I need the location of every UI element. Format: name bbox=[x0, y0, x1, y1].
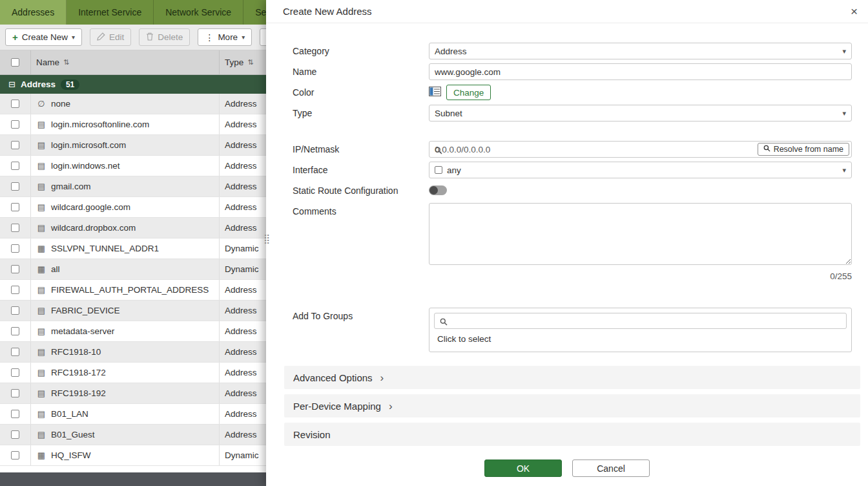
address-type: Address bbox=[225, 388, 257, 398]
type-row: Type Subnet ▾ bbox=[293, 105, 852, 122]
address-type-icon: ▦ bbox=[36, 450, 46, 460]
row-checkbox[interactable] bbox=[11, 389, 19, 397]
row-checkbox[interactable] bbox=[11, 203, 19, 211]
edit-button[interactable]: Edit bbox=[90, 28, 131, 46]
name-label: Name bbox=[293, 63, 429, 80]
address-name: login.windows.net bbox=[51, 161, 120, 171]
address-type: Address bbox=[225, 347, 257, 357]
row-checkbox-cell bbox=[0, 425, 31, 445]
more-button[interactable]: ⋮ More ▾ bbox=[198, 28, 252, 46]
row-checkbox[interactable] bbox=[11, 306, 19, 315]
section-per-device-mapping[interactable]: Per-Device Mapping › bbox=[284, 394, 860, 417]
search-icon bbox=[763, 145, 770, 154]
row-checkbox[interactable] bbox=[11, 368, 19, 377]
row-checkbox[interactable] bbox=[11, 451, 19, 460]
type-select[interactable]: Subnet ▾ bbox=[429, 105, 852, 122]
add-to-groups-box[interactable]: Click to select bbox=[429, 308, 852, 352]
row-checkbox[interactable] bbox=[11, 162, 19, 170]
address-type-icon: ▤ bbox=[36, 409, 46, 419]
resolve-from-name-button[interactable]: Resolve from name bbox=[758, 143, 849, 156]
address-name: RFC1918-10 bbox=[51, 347, 101, 357]
address-type: Address bbox=[225, 409, 257, 419]
edit-label: Edit bbox=[109, 32, 124, 42]
row-checkbox[interactable] bbox=[11, 348, 19, 356]
row-checkbox-cell bbox=[0, 321, 31, 341]
address-type: Address bbox=[225, 202, 257, 212]
row-checkbox[interactable] bbox=[11, 265, 19, 273]
row-checkbox[interactable] bbox=[11, 410, 19, 418]
row-checkbox-cell bbox=[0, 94, 31, 114]
row-checkbox[interactable] bbox=[11, 141, 19, 149]
row-checkbox[interactable] bbox=[11, 224, 19, 232]
row-checkbox-cell bbox=[0, 176, 31, 196]
comments-textarea[interactable] bbox=[429, 203, 852, 265]
tab-addresses[interactable]: Addresses bbox=[0, 0, 67, 25]
sort-icon[interactable]: ⇅ bbox=[247, 58, 253, 67]
plus-icon: + bbox=[12, 32, 18, 43]
trash-icon bbox=[146, 32, 154, 43]
static-route-toggle[interactable] bbox=[429, 185, 447, 195]
address-type: Dynamic bbox=[225, 450, 259, 460]
screen: Addresses Internet Service Network Servi… bbox=[0, 0, 868, 486]
category-select[interactable]: Address ▾ bbox=[429, 43, 852, 59]
address-name: none bbox=[51, 99, 70, 109]
row-checkbox-cell bbox=[0, 135, 31, 155]
address-type-icon: ▤ bbox=[36, 285, 46, 295]
groups-search-input[interactable] bbox=[434, 313, 847, 329]
revision-label: Revision bbox=[293, 429, 331, 440]
name-input[interactable] bbox=[429, 63, 852, 80]
close-icon[interactable]: × bbox=[851, 5, 858, 17]
address-type: Address bbox=[225, 430, 257, 439]
address-name: gmail.com bbox=[51, 182, 91, 191]
change-color-button[interactable]: Change bbox=[446, 85, 491, 100]
static-route-label: Static Route Configuration bbox=[293, 182, 429, 199]
tab-network-service[interactable]: Network Service bbox=[154, 0, 243, 25]
cancel-button[interactable]: Cancel bbox=[572, 460, 650, 477]
chevron-down-icon: ▾ bbox=[72, 34, 75, 41]
pencil-icon bbox=[97, 32, 105, 43]
row-checkbox-cell bbox=[0, 404, 31, 424]
row-checkbox[interactable] bbox=[11, 244, 19, 253]
comments-row: Comments bbox=[293, 203, 852, 268]
delete-button[interactable]: Delete bbox=[139, 28, 190, 46]
ok-button[interactable]: OK bbox=[484, 460, 562, 477]
create-new-label: Create New bbox=[22, 32, 68, 42]
category-row: Category Address ▾ bbox=[293, 43, 852, 59]
row-checkbox[interactable] bbox=[11, 286, 19, 294]
row-checkbox[interactable] bbox=[11, 182, 19, 191]
section-revision[interactable]: Revision bbox=[284, 423, 860, 446]
address-name: login.microsoftonline.com bbox=[51, 120, 149, 129]
address-type: Address bbox=[225, 368, 257, 377]
collapse-group-icon[interactable]: ⊟ bbox=[8, 79, 16, 89]
address-name: wildcard.google.com bbox=[51, 202, 130, 212]
chevron-down-icon: ▾ bbox=[842, 166, 846, 174]
select-all-checkbox[interactable] bbox=[11, 58, 19, 67]
address-type-icon: ▤ bbox=[36, 202, 46, 212]
row-checkbox-cell bbox=[0, 363, 31, 383]
toggle-knob bbox=[429, 186, 438, 195]
row-checkbox[interactable] bbox=[11, 100, 19, 108]
row-checkbox[interactable] bbox=[11, 327, 19, 335]
address-name: all bbox=[51, 264, 60, 274]
section-advanced-options[interactable]: Advanced Options › bbox=[284, 366, 860, 389]
click-to-select-hint[interactable]: Click to select bbox=[434, 329, 847, 344]
name-row: Name bbox=[293, 63, 852, 80]
address-type-icon: ▤ bbox=[36, 368, 46, 377]
sort-icon[interactable]: ⇅ bbox=[63, 58, 69, 67]
address-type-icon: ▤ bbox=[36, 182, 46, 191]
static-route-row: Static Route Configuration bbox=[293, 182, 852, 199]
row-checkbox-cell bbox=[0, 197, 31, 217]
address-type-icon: ▤ bbox=[36, 306, 46, 315]
interface-label: Interface bbox=[293, 162, 429, 178]
create-new-button[interactable]: + Create New ▾ bbox=[5, 28, 82, 46]
tab-internet-service[interactable]: Internet Service bbox=[67, 0, 154, 25]
row-checkbox-cell bbox=[0, 280, 31, 300]
type-label: Type bbox=[293, 105, 429, 122]
column-header-name[interactable]: Name ⇅ bbox=[31, 50, 220, 74]
interface-select[interactable]: any ▾ bbox=[429, 162, 852, 178]
ip-netmask-row: IP/Netmask Resolve from name bbox=[293, 141, 852, 158]
row-checkbox[interactable] bbox=[11, 120, 19, 129]
row-checkbox[interactable] bbox=[11, 430, 19, 439]
row-checkbox-cell bbox=[0, 259, 31, 279]
panel-resize-handle[interactable]: ⣿ bbox=[264, 235, 270, 242]
